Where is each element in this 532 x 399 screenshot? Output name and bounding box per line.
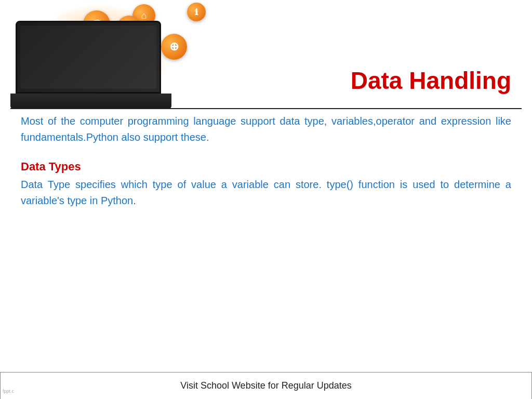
footer: Visit School Website for Regular Updates… (0, 372, 532, 399)
slide-title: Data Handling (351, 67, 511, 94)
data-types-body: Data Type specifies which type of value … (21, 177, 511, 209)
fppt-label: fppt.c (3, 389, 14, 394)
intro-paragraph: Most of the computer programming languag… (21, 113, 511, 145)
info-icon: ℹ (187, 3, 206, 21)
title-area: Data Handling (0, 68, 532, 94)
data-types-heading: Data Types (21, 160, 511, 174)
main-content: Most of the computer programming languag… (21, 113, 511, 368)
footer-text: Visit School Website for Regular Updates (180, 380, 352, 391)
laptop-image (10, 10, 187, 109)
divider-line (10, 108, 522, 109)
slide: @ ⌂ ℹ ⊕ ⊞ ❖ ◉ Data Handling Most of the … (0, 0, 532, 399)
